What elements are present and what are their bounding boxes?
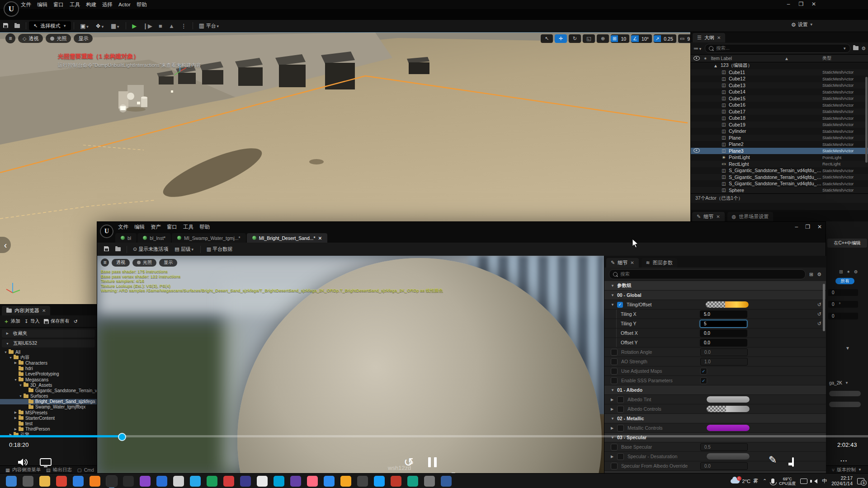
new-folder-icon[interactable] — [853, 46, 859, 51]
menu-item[interactable]: 窗口 — [167, 224, 177, 230]
parameter-row[interactable]: Use Adjusted Maps ✓ — [604, 366, 826, 376]
value-input[interactable]: 0.0 — [700, 329, 747, 337]
taskbar-app-icon[interactable] — [240, 476, 251, 487]
taskbar-app-icon[interactable] — [207, 476, 217, 487]
platforms-button[interactable]: ▥ 平台▼ — [199, 22, 220, 29]
annotate-button[interactable]: ✎ — [769, 454, 777, 466]
show-button[interactable]: 显示 — [74, 34, 93, 43]
stop-button[interactable]: ■ — [159, 23, 162, 29]
expander-closed-icon[interactable]: ▶ — [611, 407, 617, 411]
value-input[interactable]: 0.0 — [700, 348, 748, 356]
world-space-button[interactable]: ⊕ — [597, 34, 609, 43]
folder-tree-item[interactable]: ▼ Surfaces — [0, 394, 97, 399]
value-checkbox-checked[interactable]: ✓ — [700, 368, 707, 375]
editor-mode-select[interactable]: ↖选择模式▼ — [29, 21, 71, 30]
folder-tree-item[interactable]: ▼ Megascans — [0, 377, 97, 382]
tab-layer-parameters[interactable]: ≋ 图层参数 — [642, 258, 677, 267]
project-section[interactable]: ▼五期UE532 — [2, 339, 95, 347]
volume-icon[interactable] — [812, 479, 817, 483]
outliner-row[interactable]: ◫ Cube14 StaticMeshActor — [691, 89, 868, 95]
folder-tree-item[interactable]: LevelPrototyping — [0, 371, 97, 377]
material-preview-viewport[interactable]: ≡ 透视 光照 显示 Base pass shader: 175 instruc… — [97, 256, 604, 473]
microphone-icon[interactable] — [771, 479, 774, 483]
outliner-row[interactable]: ▲ 123（编辑器） — [691, 62, 868, 69]
expand-open-icon[interactable]: ▼ — [19, 384, 22, 387]
close-icon[interactable]: ✕ — [716, 214, 720, 219]
color-value-bar[interactable] — [707, 396, 750, 403]
ime-indicator[interactable]: 中 — [822, 478, 827, 484]
folder-tree-item[interactable]: ▼ All — [0, 349, 97, 355]
gear-icon[interactable]: ⚙ — [854, 269, 858, 274]
tab-details[interactable]: ✎ 细节 ✕ — [606, 258, 639, 267]
taskbar-app-icon[interactable] — [56, 476, 67, 487]
parameter-row[interactable]: Offset X 0.0 — [604, 328, 826, 338]
value-input[interactable]: 0.5 — [700, 443, 748, 451]
parameter-search-input[interactable]: 搜索 — [609, 269, 806, 279]
asset-tab[interactable]: MI_Bright_Desert_Sand...* ✕ — [247, 233, 328, 243]
parameter-row[interactable]: ▶ Albedo Controls — [604, 404, 826, 414]
perspective-button[interactable]: 透视 — [112, 259, 130, 267]
menu-item[interactable]: 工具 — [183, 224, 193, 230]
expander-open-icon[interactable]: ▼ — [611, 303, 617, 307]
viewport-menu-icon[interactable]: ≡ — [101, 258, 109, 267]
menu-item[interactable]: 文件 — [21, 1, 31, 8]
minimize-button[interactable]: – — [782, 1, 795, 7]
outliner-row[interactable]: ◫ Plane StaticMeshActor — [691, 135, 868, 141]
network-display-icon[interactable] — [800, 479, 807, 484]
asset-tab[interactable]: MI_Swamp_Water_tgmj...* — [172, 233, 245, 243]
menu-item[interactable]: 窗口 — [53, 1, 64, 8]
perspective-button[interactable]: ◇透视 — [18, 34, 43, 43]
value-input[interactable]: 0.0 — [700, 462, 748, 470]
outliner-row[interactable]: ▭ RectLight RectLight — [691, 161, 868, 168]
outliner-row[interactable]: ◫ Sphere StaticMeshActor — [691, 187, 868, 194]
menu-item[interactable]: 构建 — [86, 1, 96, 8]
taskbar-app-icon[interactable] — [307, 476, 318, 487]
danmaku-toggle-button[interactable] — [40, 458, 52, 469]
menu-item[interactable]: 编辑 — [37, 1, 47, 8]
menu-item[interactable]: 文件 — [118, 224, 128, 230]
parameter-row[interactable]: Rotation Angle 0.0 — [604, 347, 826, 357]
settings-button[interactable]: ⚙ 设置 ▼ — [791, 21, 813, 28]
color-value-bar[interactable] — [707, 425, 750, 431]
folder-tree-item[interactable]: ▶ ThirdPerson — [0, 427, 97, 432]
override-checkbox[interactable] — [617, 453, 624, 460]
tab-content-browser[interactable]: 内容浏览器 ✕ — [2, 306, 50, 315]
import-button[interactable]: ↧导入 — [24, 318, 40, 324]
parameter-row[interactable]: Tiling Y 5 ↺ — [604, 319, 826, 328]
weather-widget[interactable]: ! 2°C雾 — [731, 478, 758, 484]
taskbar-clock[interactable]: 22:17 2024/1/14 — [831, 476, 853, 486]
close-icon[interactable]: ✕ — [717, 35, 721, 40]
taskbar-app-icon[interactable] — [6, 476, 17, 487]
folder-tree-item[interactable]: ▼ 3D_Assets — [0, 382, 97, 388]
reset-to-default-icon[interactable]: ↺ — [817, 311, 821, 317]
folder-tree-item[interactable]: test — [0, 421, 97, 426]
taskbar-app-icon[interactable] — [257, 476, 268, 487]
taskbar-app-icon[interactable] — [340, 476, 351, 487]
menu-item[interactable]: 帮助 — [199, 224, 210, 230]
details-filter-pill[interactable]: 所有 — [835, 278, 854, 284]
pip-button[interactable] — [792, 458, 794, 466]
tray-expand-icon[interactable]: ⌃ — [763, 478, 767, 484]
outliner-row[interactable]: ◫ Cube18 StaticMeshActor — [691, 115, 868, 122]
parameter-row[interactable]: ▼ 01 - Albedo — [604, 385, 826, 395]
taskbar-app-icon[interactable] — [391, 476, 401, 487]
lit-mode-button[interactable]: 光照 — [46, 34, 71, 43]
folder-tree-item[interactable]: Gigantic_Sandstone_Terrain_vd4q — [0, 388, 97, 393]
cinematics-button[interactable]: ▦▼ — [111, 23, 120, 29]
show-button[interactable]: 显示 — [159, 259, 177, 267]
expander-open-icon[interactable]: ▼ — [611, 293, 617, 297]
unreal-logo-icon[interactable]: U — [4, 1, 19, 17]
close-icon[interactable]: ✕ — [630, 260, 634, 265]
parameter-row[interactable]: ▼ 参数组 — [604, 281, 826, 291]
taskbar-app-icon[interactable] — [424, 476, 435, 487]
override-checkbox[interactable] — [611, 368, 618, 375]
browse-icon[interactable] — [115, 246, 121, 253]
folder-tree-item[interactable]: ▶ Characters — [0, 360, 97, 366]
tab-details[interactable]: ✎ 细节 ✕ — [692, 212, 725, 221]
outliner-row[interactable]: ◫ Cube16 StaticMeshActor — [691, 102, 868, 108]
taskbar-app-icon[interactable] — [441, 476, 452, 487]
lit-mode-button[interactable]: 光照 — [132, 259, 156, 267]
folder-tree-item[interactable]: ▼ 内容 — [0, 355, 97, 360]
reset-to-default-icon[interactable]: ↺ — [817, 302, 821, 308]
visibility-eye-icon[interactable] — [693, 148, 700, 153]
